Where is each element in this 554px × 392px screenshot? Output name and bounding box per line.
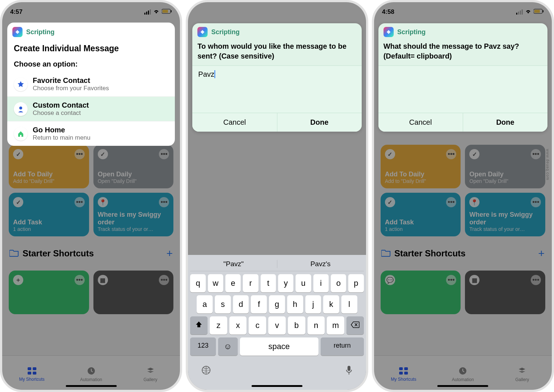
cancel-button[interactable]: Cancel [192, 113, 277, 132]
key-o[interactable]: o [331, 274, 346, 292]
option-custom-contact[interactable]: Custom Contact Choose a contact [7, 96, 175, 121]
tab-my-shortcuts[interactable]: My Shortcuts [2, 356, 61, 390]
svg-point-3 [19, 107, 22, 109]
more-icon[interactable]: ••• [75, 197, 85, 207]
suggestion-2[interactable]: Pavz's [277, 260, 364, 268]
more-icon[interactable]: ••• [531, 197, 541, 207]
key-p[interactable]: p [348, 274, 364, 292]
more-icon[interactable]: ••• [531, 275, 541, 285]
home-indicator[interactable] [252, 385, 302, 387]
check-icon: ✓ [385, 197, 395, 207]
grid-icon [27, 367, 37, 375]
more-icon[interactable]: ••• [446, 149, 456, 159]
tile-starter-1[interactable]: 💬••• [381, 271, 461, 314]
home-indicator[interactable] [437, 385, 488, 387]
tile-starter-2[interactable]: ▦••• [465, 271, 545, 314]
key-v[interactable]: v [268, 316, 286, 335]
more-icon[interactable]: ••• [75, 149, 85, 159]
tab-automation[interactable]: Automation [61, 356, 121, 390]
tile-add-task[interactable]: ✓••• Add Task1 action [9, 193, 89, 236]
shortcuts-app-icon [197, 27, 208, 37]
key-y[interactable]: y [278, 274, 293, 292]
menu-title: Create Individual Message [7, 41, 175, 58]
tile-swiggy[interactable]: 📍••• Where is my Swiggy orderTrack statu… [465, 193, 545, 236]
svg-rect-6 [28, 372, 31, 375]
more-icon[interactable]: ••• [446, 275, 456, 285]
numbers-key[interactable]: 123 [190, 337, 216, 356]
cancel-button[interactable]: Cancel [378, 113, 463, 132]
tile-add-daily[interactable]: ✓••• Add To DailyAdd to "Daily Drill" [381, 145, 461, 188]
add-icon[interactable]: + [166, 247, 173, 260]
key-u[interactable]: u [296, 274, 311, 292]
home-indicator[interactable] [66, 385, 117, 387]
key-x[interactable]: x [229, 316, 247, 335]
recipient-input[interactable]: Pavz [192, 65, 361, 113]
tile-add-daily[interactable]: ✓••• Add To DailyAdd to "Daily Drill" [9, 145, 89, 188]
tab-gallery[interactable]: Gallery [121, 356, 180, 390]
key-n[interactable]: n [308, 316, 325, 335]
input-dialog-message: Scripting What should the message to Pav… [378, 23, 547, 132]
key-t[interactable]: t [261, 274, 276, 292]
key-w[interactable]: w [208, 274, 223, 292]
tab-bar: My Shortcuts Automation Gallery [2, 355, 180, 390]
message-input[interactable] [378, 65, 547, 113]
tile-add-task[interactable]: ✓••• Add Task1 action [381, 193, 461, 236]
svg-rect-10 [348, 366, 350, 371]
more-icon[interactable]: ••• [159, 149, 169, 159]
key-e[interactable]: e [225, 274, 241, 292]
key-k[interactable]: k [323, 295, 339, 313]
shift-key[interactable] [190, 316, 208, 335]
key-b[interactable]: b [288, 316, 305, 335]
return-key[interactable]: return [321, 337, 364, 356]
option-favorite-contact[interactable]: Favorite Contact Choose from your Favori… [7, 72, 175, 96]
key-l[interactable]: l [341, 295, 357, 313]
section-starter-shortcuts[interactable]: Starter Shortcuts + [374, 241, 552, 266]
more-icon[interactable]: ••• [531, 149, 541, 159]
done-button[interactable]: Done [463, 113, 547, 132]
key-r[interactable]: r [243, 274, 258, 292]
key-f[interactable]: f [251, 295, 267, 313]
option-go-home[interactable]: Go Home Return to main menu [7, 121, 175, 146]
svg-rect-15 [404, 367, 408, 370]
ios-keyboard[interactable]: "Pavz" Pavz's q w e r t y u i o p a s d … [188, 255, 366, 390]
tile-starter-1[interactable]: ＋••• [9, 271, 89, 314]
tab-automation[interactable]: Automation [433, 356, 493, 390]
backspace-key[interactable] [346, 316, 364, 335]
key-a[interactable]: a [197, 295, 213, 313]
section-starter-shortcuts[interactable]: Starter Shortcuts + [2, 241, 180, 266]
add-icon[interactable]: + [538, 247, 545, 260]
scripting-label: Scripting [211, 28, 240, 36]
check-icon: ✓ [98, 149, 108, 159]
key-z[interactable]: z [210, 316, 227, 335]
tile-starter-2[interactable]: ▦••• [93, 271, 174, 314]
key-m[interactable]: m [327, 316, 344, 335]
key-i[interactable]: i [313, 274, 329, 292]
space-key[interactable]: space [240, 337, 318, 356]
key-q[interactable]: q [190, 274, 205, 292]
more-icon[interactable]: ••• [159, 197, 169, 207]
suggestion-1[interactable]: "Pavz" [190, 260, 277, 268]
grid-icon [398, 367, 409, 375]
key-d[interactable]: d [233, 295, 249, 313]
more-icon[interactable]: ••• [159, 275, 169, 285]
key-c[interactable]: c [249, 316, 266, 335]
key-g[interactable]: g [269, 295, 285, 313]
watermark: www.deuaq.com [546, 149, 550, 180]
emoji-key[interactable]: ☺ [218, 337, 238, 356]
key-j[interactable]: j [305, 295, 321, 313]
more-icon[interactable]: ••• [446, 197, 456, 207]
globe-icon[interactable] [201, 365, 211, 377]
tile-swiggy[interactable]: 📍••• Where is my Swiggy orderTrack statu… [93, 193, 174, 236]
chat-icon: 💬 [385, 275, 395, 285]
tile-open-daily[interactable]: ✓••• Open DailyOpen "Daily Drill" [465, 145, 545, 188]
done-button[interactable]: Done [277, 113, 362, 132]
tab-gallery[interactable]: Gallery [493, 356, 552, 390]
more-icon[interactable]: ••• [75, 275, 85, 285]
home-icon [14, 127, 28, 141]
mic-icon[interactable] [345, 365, 353, 377]
tile-open-daily[interactable]: ✓••• Open DailyOpen "Daily Drill" [93, 145, 174, 188]
key-s[interactable]: s [215, 295, 231, 313]
panel-1-phone: 4:57 ✓••• Add To DailyAdd to "Daily Dril… [0, 0, 182, 392]
tab-my-shortcuts[interactable]: My Shortcuts [374, 356, 433, 390]
key-h[interactable]: h [287, 295, 303, 313]
